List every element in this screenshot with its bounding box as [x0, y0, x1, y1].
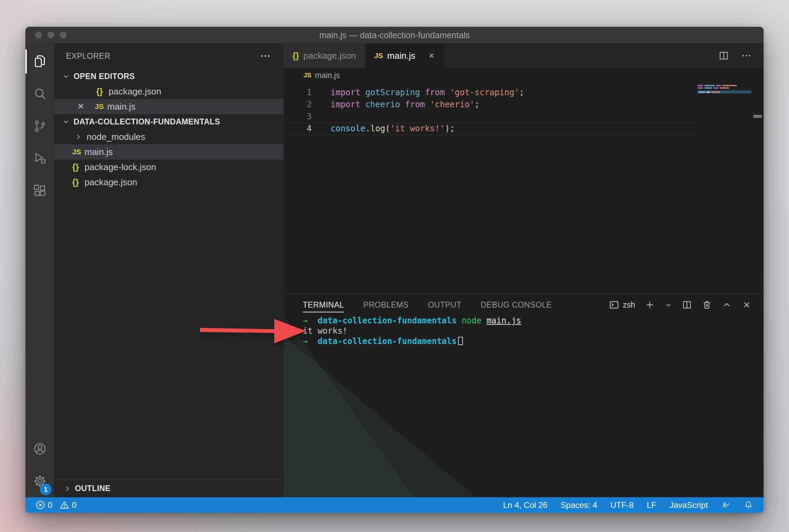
close-panel-icon[interactable] — [742, 300, 752, 310]
split-editor-icon[interactable] — [718, 50, 729, 61]
activity-account-button[interactable] — [25, 433, 54, 465]
more-actions-icon[interactable] — [741, 50, 752, 61]
code-token: import — [331, 88, 360, 97]
code-token: . — [365, 124, 370, 133]
kill-terminal-trash-icon[interactable] — [702, 300, 712, 310]
run-debug-icon — [33, 151, 47, 166]
minimize-window-button[interactable] — [47, 32, 54, 38]
prompt-arrow: → — [303, 316, 318, 325]
open-editors-section-header[interactable]: OPEN EDITORS — [54, 69, 284, 84]
new-terminal-icon[interactable] — [645, 300, 655, 310]
account-icon — [33, 442, 47, 456]
maximize-panel-icon[interactable] — [722, 300, 732, 310]
tab-package-json[interactable]: {} package.json — [284, 43, 365, 68]
code-token: ( — [385, 124, 390, 133]
code-token: from — [400, 100, 425, 109]
line-number: 4 — [284, 123, 312, 135]
open-editor-item-package-json[interactable]: {} package.json — [54, 84, 284, 99]
terminal-content[interactable]: → data-collection-fundamentals node main… — [284, 315, 764, 346]
code-line[interactable]: 3 — [284, 111, 764, 123]
chevron-right-icon — [74, 133, 82, 141]
vscode-window: main.js — data-collection-fundamentals — [25, 27, 764, 513]
section-label: OUTLINE — [75, 484, 111, 493]
activity-settings-button[interactable]: 1 — [25, 465, 54, 497]
tab-label: package.json — [303, 51, 356, 61]
tab-main-js[interactable]: JS main.js — [365, 43, 445, 68]
status-bar-right: Ln 4, Col 26 Spaces: 4 UTF-8 LF JavaScri… — [503, 500, 753, 510]
code-token: log — [370, 124, 385, 133]
code-token: 'it works!' — [390, 124, 445, 133]
eol-status[interactable]: LF — [647, 500, 656, 510]
tree-item-package-lock-json[interactable]: {} package-lock.json — [54, 159, 284, 175]
panel-tab-debug-console[interactable]: DEBUG CONSOLE — [481, 294, 552, 315]
activity-search-button[interactable] — [25, 78, 54, 110]
problems-status[interactable]: 0 0 — [36, 500, 77, 510]
command: node — [457, 316, 487, 325]
prompt-path: data-collection-fundamentals — [318, 316, 457, 325]
terminal-panel: TERMINAL PROBLEMS OUTPUT DEBUG CONSOLE z… — [284, 294, 764, 497]
terminal-line: → data-collection-fundamentals — [303, 336, 764, 346]
code-line[interactable]: 4 console.log('it works!'); — [284, 123, 764, 135]
tree-item-package-json[interactable]: {} package.json — [54, 175, 284, 190]
tree-item-node-modules[interactable]: node_modules — [54, 129, 284, 144]
tree-item-label: package.json — [85, 177, 137, 188]
activity-extensions-button[interactable] — [25, 175, 54, 207]
code-token: gotScraping — [360, 88, 420, 97]
sidebar-header: EXPLORER — [54, 43, 284, 69]
sidebar-title: EXPLORER — [66, 52, 110, 61]
code-token — [445, 88, 449, 97]
activity-source-control-button[interactable] — [25, 110, 54, 142]
panel-tab-problems[interactable]: PROBLEMS — [363, 294, 409, 315]
terminal-dropdown-icon[interactable] — [665, 301, 672, 309]
command-output: it works! — [303, 326, 347, 336]
terminal-cursor — [458, 337, 463, 345]
code-token — [425, 100, 430, 109]
panel-tab-terminal[interactable]: TERMINAL — [303, 294, 344, 315]
close-window-button[interactable] — [35, 32, 42, 38]
tree-item-label: package-lock.json — [85, 162, 156, 173]
activity-explorer-button[interactable] — [25, 45, 54, 78]
prompt-arrow: → — [303, 336, 318, 346]
code-token: ; — [475, 100, 479, 109]
code-token: from — [420, 88, 445, 97]
terminal-line: → data-collection-fundamentals node main… — [303, 315, 764, 326]
feedback-icon[interactable] — [721, 500, 731, 510]
code-text: import cheerio from 'cheerio'; — [312, 99, 480, 111]
tree-item-main-js[interactable]: JS main.js — [54, 144, 284, 159]
open-editor-label: main.js — [107, 101, 135, 112]
language-mode-status[interactable]: JavaScript — [669, 500, 708, 510]
chevron-down-icon — [62, 72, 70, 80]
open-editor-label: package.json — [109, 86, 161, 97]
chevron-down-icon — [62, 118, 70, 126]
zoom-window-button[interactable] — [60, 32, 67, 38]
minimap-line — [698, 85, 753, 86]
open-editor-item-main-js[interactable]: ✕ JS main.js — [54, 99, 284, 114]
code-token: 'got-scraping' — [450, 88, 519, 97]
code-editor[interactable]: 1 import gotScraping from 'got-scraping'… — [284, 82, 764, 294]
outline-section-header[interactable]: OUTLINE — [54, 479, 284, 497]
activity-run-debug-button[interactable] — [25, 142, 54, 175]
workbench: 1 EXPLORER OPEN EDITORS {} package.json … — [25, 43, 764, 497]
split-terminal-icon[interactable] — [682, 300, 692, 310]
shell-selector[interactable]: zsh — [609, 300, 635, 310]
prompt-path: data-collection-fundamentals — [318, 336, 457, 346]
breadcrumb-item-file[interactable]: main.js — [315, 71, 340, 80]
section-label: DATA-COLLECTION-FUNDAMENTALS — [74, 117, 220, 126]
close-tab-icon[interactable] — [427, 51, 436, 60]
cursor-position-status[interactable]: Ln 4, Col 26 — [503, 500, 547, 510]
error-count: 0 — [48, 500, 52, 510]
window-title: main.js — data-collection-fundamentals — [319, 30, 470, 40]
code-line[interactable]: 1 import gotScraping from 'got-scraping'… — [284, 87, 764, 99]
source-control-branch-icon — [33, 119, 47, 133]
panel-tab-output[interactable]: OUTPUT — [428, 294, 462, 315]
encoding-status[interactable]: UTF-8 — [610, 500, 634, 510]
code-line[interactable]: 2 import cheerio from 'cheerio'; — [284, 99, 764, 111]
indentation-status[interactable]: Spaces: 4 — [560, 500, 597, 510]
notifications-bell-icon[interactable] — [744, 500, 753, 510]
breadcrumb: JS main.js — [284, 68, 764, 82]
workspace-section-header[interactable]: DATA-COLLECTION-FUNDAMENTALS — [54, 114, 284, 129]
explorer-more-actions-button[interactable] — [259, 50, 271, 62]
desktop: { "titlebar": { "title": "main.js — data… — [0, 0, 789, 532]
close-editor-icon[interactable]: ✕ — [76, 102, 86, 111]
line-number: 2 — [284, 99, 312, 111]
